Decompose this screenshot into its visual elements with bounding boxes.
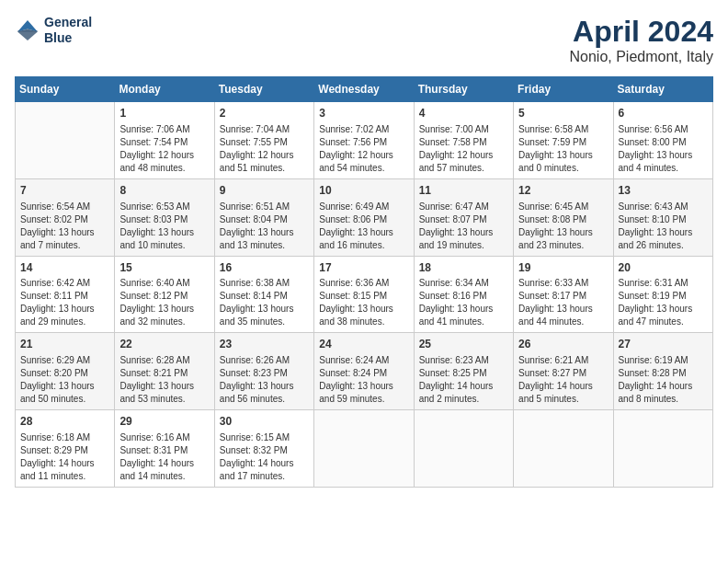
cell-info: Sunrise: 6:19 AMSunset: 8:28 PMDaylight:… — [619, 354, 708, 406]
svg-rect-3 — [17, 30, 38, 32]
calendar-cell: 22Sunrise: 6:28 AMSunset: 8:21 PMDayligh… — [115, 333, 214, 410]
day-number: 22 — [119, 337, 209, 352]
cell-info: Sunrise: 6:31 AMSunset: 8:19 PMDaylight:… — [619, 277, 708, 328]
day-number: 1 — [119, 106, 209, 121]
col-saturday: Saturday — [613, 77, 712, 102]
day-number: 18 — [419, 260, 508, 276]
day-number: 7 — [20, 183, 109, 199]
title-block: April 2024 Nonio, Piedmont, Italy — [569, 15, 713, 65]
cell-info: Sunrise: 6:51 AMSunset: 8:04 PMDaylight:… — [220, 201, 309, 252]
cell-info: Sunrise: 6:33 AMSunset: 8:17 PMDaylight:… — [518, 277, 608, 328]
calendar-cell: 26Sunrise: 6:21 AMSunset: 8:27 PMDayligh… — [514, 333, 613, 410]
calendar-cell: 20Sunrise: 6:31 AMSunset: 8:19 PMDayligh… — [613, 256, 712, 333]
calendar-cell: 13Sunrise: 6:43 AMSunset: 8:10 PMDayligh… — [613, 178, 712, 256]
cell-info: Sunrise: 6:15 AMSunset: 8:32 PMDaylight:… — [220, 431, 309, 483]
calendar-cell: 5Sunrise: 6:58 AMSunset: 7:59 PMDaylight… — [514, 102, 613, 179]
cell-info: Sunrise: 6:26 AMSunset: 8:23 PMDaylight:… — [220, 354, 309, 406]
day-number: 4 — [419, 106, 508, 121]
col-wednesday: Wednesday — [314, 77, 414, 102]
page-header: General Blue April 2024 Nonio, Piedmont,… — [15, 15, 713, 65]
logo-line2: Blue — [44, 30, 92, 46]
cell-info: Sunrise: 7:06 AMSunset: 7:54 PMDaylight:… — [119, 123, 209, 175]
calendar-cell: 16Sunrise: 6:38 AMSunset: 8:14 PMDayligh… — [214, 256, 313, 333]
calendar-week-0: 1Sunrise: 7:06 AMSunset: 7:54 PMDaylight… — [16, 102, 713, 179]
day-number: 3 — [319, 106, 408, 121]
logo: General Blue — [15, 15, 92, 46]
cell-info: Sunrise: 6:54 AMSunset: 8:02 PMDaylight:… — [20, 201, 109, 252]
day-number: 13 — [619, 183, 708, 199]
calendar-week-3: 21Sunrise: 6:29 AMSunset: 8:20 PMDayligh… — [16, 333, 713, 410]
logo-text: General Blue — [44, 15, 92, 46]
day-number: 23 — [220, 337, 309, 352]
cell-info: Sunrise: 6:38 AMSunset: 8:14 PMDaylight:… — [220, 277, 309, 328]
day-number: 14 — [20, 260, 109, 276]
calendar-cell: 28Sunrise: 6:18 AMSunset: 8:29 PMDayligh… — [16, 410, 115, 488]
calendar-cell — [613, 410, 712, 488]
cell-info: Sunrise: 6:23 AMSunset: 8:25 PMDaylight:… — [419, 354, 508, 406]
calendar-cell: 2Sunrise: 7:04 AMSunset: 7:55 PMDaylight… — [214, 102, 313, 179]
calendar-cell: 12Sunrise: 6:45 AMSunset: 8:08 PMDayligh… — [514, 178, 613, 256]
logo-icon — [15, 17, 40, 43]
calendar-cell: 19Sunrise: 6:33 AMSunset: 8:17 PMDayligh… — [514, 256, 613, 333]
calendar-cell: 18Sunrise: 6:34 AMSunset: 8:16 PMDayligh… — [414, 256, 513, 333]
calendar-body: 1Sunrise: 7:06 AMSunset: 7:54 PMDaylight… — [16, 102, 713, 488]
month-year: April 2024 — [569, 15, 713, 49]
calendar-cell: 17Sunrise: 6:36 AMSunset: 8:15 PMDayligh… — [314, 256, 414, 333]
cell-info: Sunrise: 6:49 AMSunset: 8:06 PMDaylight:… — [319, 201, 408, 252]
cell-info: Sunrise: 6:47 AMSunset: 8:07 PMDaylight:… — [419, 201, 508, 252]
day-number: 21 — [20, 337, 109, 352]
cell-info: Sunrise: 7:04 AMSunset: 7:55 PMDaylight:… — [220, 123, 309, 175]
calendar-cell — [314, 410, 414, 488]
day-number: 12 — [518, 183, 608, 199]
day-number: 29 — [119, 414, 209, 430]
col-tuesday: Tuesday — [214, 77, 313, 102]
calendar-cell: 30Sunrise: 6:15 AMSunset: 8:32 PMDayligh… — [214, 410, 313, 488]
calendar-cell: 8Sunrise: 6:53 AMSunset: 8:03 PMDaylight… — [115, 178, 214, 256]
day-number: 10 — [319, 183, 408, 199]
cell-info: Sunrise: 7:02 AMSunset: 7:56 PMDaylight:… — [319, 123, 408, 175]
cell-info: Sunrise: 6:56 AMSunset: 8:00 PMDaylight:… — [619, 123, 708, 175]
day-number: 26 — [518, 337, 608, 352]
calendar-week-1: 7Sunrise: 6:54 AMSunset: 8:02 PMDaylight… — [16, 178, 713, 256]
cell-info: Sunrise: 6:28 AMSunset: 8:21 PMDaylight:… — [119, 354, 209, 406]
day-number: 5 — [518, 106, 608, 121]
day-number: 15 — [119, 260, 209, 276]
day-number: 2 — [220, 106, 309, 121]
calendar-cell: 23Sunrise: 6:26 AMSunset: 8:23 PMDayligh… — [214, 333, 313, 410]
calendar-cell: 15Sunrise: 6:40 AMSunset: 8:12 PMDayligh… — [115, 256, 214, 333]
day-number: 6 — [619, 106, 708, 121]
cell-info: Sunrise: 6:18 AMSunset: 8:29 PMDaylight:… — [20, 431, 109, 483]
calendar-cell: 25Sunrise: 6:23 AMSunset: 8:25 PMDayligh… — [414, 333, 513, 410]
cell-info: Sunrise: 6:34 AMSunset: 8:16 PMDaylight:… — [419, 277, 508, 328]
calendar-cell — [414, 410, 513, 488]
cell-info: Sunrise: 6:45 AMSunset: 8:08 PMDaylight:… — [518, 201, 608, 252]
calendar-cell — [16, 102, 115, 179]
day-number: 11 — [419, 183, 508, 199]
day-number: 25 — [419, 337, 508, 352]
location: Nonio, Piedmont, Italy — [569, 49, 713, 65]
cell-info: Sunrise: 6:21 AMSunset: 8:27 PMDaylight:… — [518, 354, 608, 406]
cell-info: Sunrise: 6:58 AMSunset: 7:59 PMDaylight:… — [518, 123, 608, 175]
calendar-cell: 27Sunrise: 6:19 AMSunset: 8:28 PMDayligh… — [613, 333, 712, 410]
col-sunday: Sunday — [16, 77, 115, 102]
calendar-cell: 3Sunrise: 7:02 AMSunset: 7:56 PMDaylight… — [314, 102, 414, 179]
calendar-cell: 9Sunrise: 6:51 AMSunset: 8:04 PMDaylight… — [214, 178, 313, 256]
weekday-row: Sunday Monday Tuesday Wednesday Thursday… — [16, 77, 713, 102]
day-number: 24 — [319, 337, 408, 352]
calendar-cell: 14Sunrise: 6:42 AMSunset: 8:11 PMDayligh… — [16, 256, 115, 333]
cell-info: Sunrise: 7:00 AMSunset: 7:58 PMDaylight:… — [419, 123, 508, 175]
col-friday: Friday — [514, 77, 613, 102]
calendar-cell: 7Sunrise: 6:54 AMSunset: 8:02 PMDaylight… — [16, 178, 115, 256]
cell-info: Sunrise: 6:42 AMSunset: 8:11 PMDaylight:… — [20, 277, 109, 328]
calendar-cell: 1Sunrise: 7:06 AMSunset: 7:54 PMDaylight… — [115, 102, 214, 179]
calendar-cell: 4Sunrise: 7:00 AMSunset: 7:58 PMDaylight… — [414, 102, 513, 179]
cell-info: Sunrise: 6:29 AMSunset: 8:20 PMDaylight:… — [20, 354, 109, 406]
col-thursday: Thursday — [414, 77, 513, 102]
day-number: 17 — [319, 260, 408, 276]
calendar-cell — [514, 410, 613, 488]
day-number: 19 — [518, 260, 608, 276]
calendar-cell: 24Sunrise: 6:24 AMSunset: 8:24 PMDayligh… — [314, 333, 414, 410]
day-number: 9 — [220, 183, 309, 199]
calendar-cell: 6Sunrise: 6:56 AMSunset: 8:00 PMDaylight… — [613, 102, 712, 179]
calendar-table: Sunday Monday Tuesday Wednesday Thursday… — [15, 76, 713, 488]
